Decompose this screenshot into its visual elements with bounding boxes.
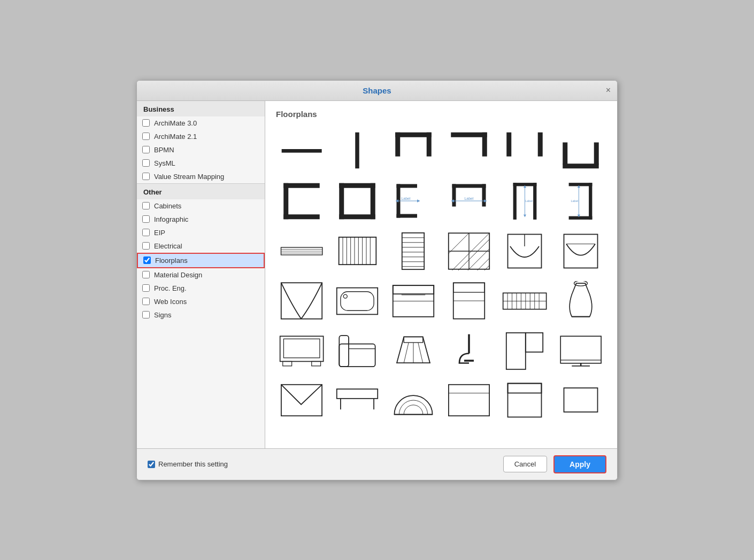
svg-rect-34 xyxy=(513,183,517,220)
shape-cell-7 xyxy=(276,178,327,224)
sidebar-item-proceng[interactable]: Proc. Eng. xyxy=(137,282,265,295)
sidebar-item-archimate21[interactable]: ArchiMate 2.1 xyxy=(137,130,265,143)
shape-cell-23 xyxy=(499,279,550,322)
webicons-checkbox[interactable] xyxy=(142,298,150,305)
shape-cell-15 xyxy=(388,229,439,274)
bpmn-label: BPMN xyxy=(154,146,174,154)
svg-rect-90 xyxy=(453,283,484,292)
shape-cell-35 xyxy=(499,378,550,423)
svg-rect-60 xyxy=(402,232,424,269)
shape-cell-32 xyxy=(332,379,383,422)
svg-rect-40 xyxy=(569,183,593,186)
archimate30-label: ArchiMate 3.0 xyxy=(154,119,197,127)
svg-rect-10 xyxy=(563,142,567,164)
archimate30-checkbox[interactable] xyxy=(142,119,150,127)
dialog-footer: Remember this setting Cancel Apply xyxy=(137,448,617,480)
svg-rect-12 xyxy=(283,183,320,188)
infographic-checkbox[interactable] xyxy=(142,215,150,223)
svg-rect-0 xyxy=(282,149,322,153)
shape-cell-3 xyxy=(388,127,439,174)
sidebar-item-infographic[interactable]: Infographic xyxy=(137,213,265,226)
cancel-button[interactable]: Cancel xyxy=(503,456,547,472)
svg-rect-118 xyxy=(526,332,543,352)
sidebar-item-floorplans[interactable]: Floorplans xyxy=(137,253,265,268)
svg-text:Label: Label xyxy=(525,199,533,202)
svg-rect-26 xyxy=(452,184,486,188)
sidebar-item-webicons[interactable]: Web Icons xyxy=(137,295,265,308)
svg-rect-132 xyxy=(564,388,597,412)
sidebar-item-sysml[interactable]: SysML xyxy=(137,157,265,170)
business-section-header: Business xyxy=(137,101,265,116)
vsm-checkbox[interactable] xyxy=(142,173,150,180)
sidebar-item-signs[interactable]: Signs xyxy=(137,308,265,322)
svg-marker-23 xyxy=(417,199,420,203)
shape-cell-21 xyxy=(388,279,439,322)
close-button[interactable]: × xyxy=(606,86,611,95)
material-label: Material Design xyxy=(154,271,202,279)
shape-cell-17 xyxy=(499,229,550,274)
shape-cell-16 xyxy=(443,229,495,274)
shape-cell-33 xyxy=(388,378,439,423)
svg-rect-18 xyxy=(340,214,376,219)
electrical-checkbox[interactable] xyxy=(142,242,150,250)
svg-rect-81 xyxy=(281,283,322,319)
cabinets-checkbox[interactable] xyxy=(142,202,150,209)
svg-rect-131 xyxy=(508,383,542,393)
shapes-content-area: Floorplans xyxy=(265,101,617,448)
proceng-checkbox[interactable] xyxy=(142,284,150,292)
svg-rect-42 xyxy=(569,216,593,219)
sidebar-item-eip[interactable]: EIP xyxy=(137,226,265,239)
shape-cell-20 xyxy=(332,279,383,322)
signs-checkbox[interactable] xyxy=(142,311,150,318)
archimate21-checkbox[interactable] xyxy=(142,133,150,140)
sidebar-item-material[interactable]: Material Design xyxy=(137,268,265,282)
shape-cell-19 xyxy=(276,278,327,323)
content-title: Floorplans xyxy=(276,110,606,119)
shape-cell-4 xyxy=(443,127,495,174)
svg-rect-86 xyxy=(393,285,434,294)
svg-rect-8 xyxy=(538,132,543,156)
svg-rect-13 xyxy=(283,183,288,219)
sidebar-item-vsm[interactable]: Value Stream Mapping xyxy=(137,170,265,183)
svg-line-71 xyxy=(455,239,489,270)
eip-checkbox[interactable] xyxy=(142,229,150,236)
cabinets-label: Cabinets xyxy=(154,202,181,210)
shape-cell-34 xyxy=(443,379,495,422)
svg-rect-9 xyxy=(563,164,599,168)
sidebar-item-cabinets[interactable]: Cabinets xyxy=(137,199,265,213)
shape-cell-6 xyxy=(555,127,606,174)
bpmn-checkbox[interactable] xyxy=(142,146,150,153)
svg-point-84 xyxy=(344,294,348,298)
dialog-title: Shapes xyxy=(363,86,391,95)
sidebar-item-bpmn[interactable]: BPMN xyxy=(137,143,265,157)
svg-rect-28 xyxy=(482,184,486,207)
sysml-checkbox[interactable] xyxy=(142,159,150,167)
svg-rect-79 xyxy=(564,234,597,268)
svg-rect-123 xyxy=(281,384,322,415)
shape-cell-8 xyxy=(332,178,383,224)
archimate21-label: ArchiMate 2.1 xyxy=(154,133,197,141)
svg-rect-41 xyxy=(589,183,592,220)
svg-rect-119 xyxy=(560,336,601,363)
shape-cell-24 xyxy=(555,278,606,324)
svg-rect-128 xyxy=(449,384,489,415)
floorplans-label: Floorplans xyxy=(155,256,188,265)
svg-rect-117 xyxy=(506,332,526,369)
svg-rect-106 xyxy=(283,361,292,365)
shape-cell-22 xyxy=(443,278,495,323)
svg-rect-1 xyxy=(356,132,360,168)
svg-rect-27 xyxy=(452,184,456,207)
material-checkbox[interactable] xyxy=(142,271,150,278)
svg-text:Label: Label xyxy=(401,197,411,200)
svg-line-73 xyxy=(474,258,489,270)
svg-rect-105 xyxy=(283,339,319,357)
floorplans-checkbox[interactable] xyxy=(143,256,151,264)
webicons-label: Web Icons xyxy=(154,298,187,306)
svg-rect-130 xyxy=(508,383,542,417)
sidebar-item-archimate30[interactable]: ArchiMate 3.0 xyxy=(137,116,265,130)
svg-rect-11 xyxy=(594,142,599,164)
sidebar-item-electrical[interactable]: Electrical xyxy=(137,239,265,253)
remember-checkbox[interactable] xyxy=(148,461,155,468)
infographic-label: Infographic xyxy=(154,215,188,223)
apply-button[interactable]: Apply xyxy=(553,455,606,473)
